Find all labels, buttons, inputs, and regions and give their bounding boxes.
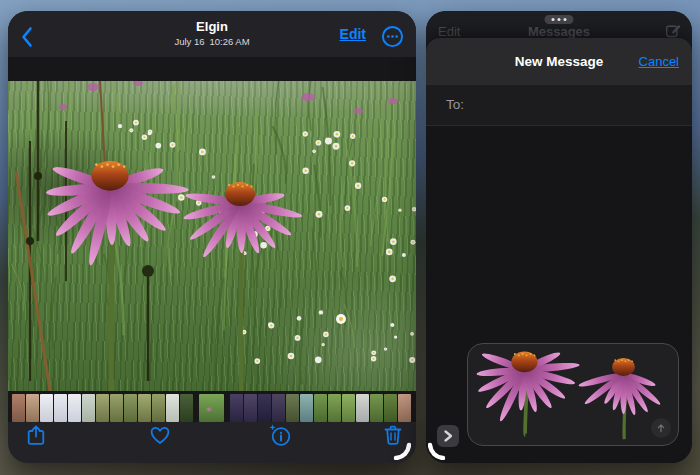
- thumbnail[interactable]: [124, 394, 137, 422]
- thumbnail-selected[interactable]: [199, 394, 224, 422]
- thumbnail[interactable]: [110, 394, 123, 422]
- coneflower-sticker: [468, 344, 678, 446]
- drag-handle-dot: [552, 18, 555, 21]
- thumbnail[interactable]: [96, 394, 109, 422]
- trash-icon: [381, 423, 405, 447]
- edit-button[interactable]: Edit: [340, 26, 366, 42]
- thumbnail[interactable]: [82, 394, 95, 422]
- share-icon: [24, 423, 48, 447]
- thumbnail[interactable]: [370, 394, 383, 422]
- meadow-illustration: [8, 81, 416, 391]
- chevron-right-icon: [442, 429, 454, 443]
- thumbnail[interactable]: [314, 394, 327, 422]
- drag-handle-dot: [558, 18, 561, 21]
- to-label: To:: [446, 97, 464, 112]
- favorite-button[interactable]: [148, 423, 172, 447]
- thumbnail[interactable]: [152, 394, 165, 422]
- thumbnail[interactable]: [300, 394, 313, 422]
- send-button[interactable]: [651, 418, 671, 438]
- thumbnail[interactable]: [138, 394, 151, 422]
- cancel-button[interactable]: Cancel: [639, 54, 679, 69]
- delete-button[interactable]: [381, 423, 405, 447]
- imessage-apps-button[interactable]: [437, 425, 459, 447]
- messages-title: Messages: [426, 24, 692, 39]
- thumbnail[interactable]: [286, 394, 299, 422]
- share-button[interactable]: [24, 423, 48, 447]
- thumbnail[interactable]: [12, 394, 25, 422]
- more-button[interactable]: [381, 25, 404, 48]
- thumbnail[interactable]: [40, 394, 53, 422]
- thumbnail-filmstrip[interactable]: [8, 394, 416, 422]
- photo-time: 10:26 AM: [209, 36, 249, 47]
- thumbnail[interactable]: [230, 394, 243, 422]
- recipient-field[interactable]: To:: [426, 85, 692, 126]
- heart-icon: [148, 423, 172, 447]
- thumbnail[interactable]: [272, 394, 285, 422]
- thumbnail[interactable]: [342, 394, 355, 422]
- photos-header: Elgin July 1610:26 AM Edit: [8, 11, 416, 57]
- window-drag-handle[interactable]: [545, 15, 574, 24]
- message-attachment-bubble[interactable]: [467, 343, 679, 446]
- photo-date: July 16: [174, 36, 204, 47]
- arrow-up-icon: [655, 422, 667, 434]
- thumbnail[interactable]: [180, 394, 193, 422]
- compose-icon[interactable]: [665, 22, 682, 39]
- adjust-info-button[interactable]: [268, 423, 292, 447]
- photo-letterbox: [8, 57, 416, 394]
- thumbnail[interactable]: [244, 394, 257, 422]
- thumbnail[interactable]: [384, 394, 397, 422]
- info-sparkle-icon: [268, 423, 292, 447]
- thumbnail[interactable]: [68, 394, 81, 422]
- new-message-sheet: New Message Cancel To:: [426, 38, 692, 463]
- photos-window: Elgin July 1610:26 AM Edit: [8, 11, 416, 463]
- thumbnail[interactable]: [328, 394, 341, 422]
- thumbnail[interactable]: [258, 394, 271, 422]
- thumbnail[interactable]: [26, 394, 39, 422]
- photo-coneflowers-meadow[interactable]: [8, 81, 416, 391]
- messages-window: Edit Messages New Message Cancel To:: [426, 11, 692, 463]
- thumbnail[interactable]: [54, 394, 67, 422]
- thumbnail[interactable]: [356, 394, 369, 422]
- ellipsis-circle-icon: [381, 25, 404, 48]
- drag-handle-dot: [564, 18, 567, 21]
- thumbnail[interactable]: [398, 394, 411, 422]
- thumbnail[interactable]: [166, 394, 179, 422]
- sheet-header: New Message Cancel: [426, 38, 692, 85]
